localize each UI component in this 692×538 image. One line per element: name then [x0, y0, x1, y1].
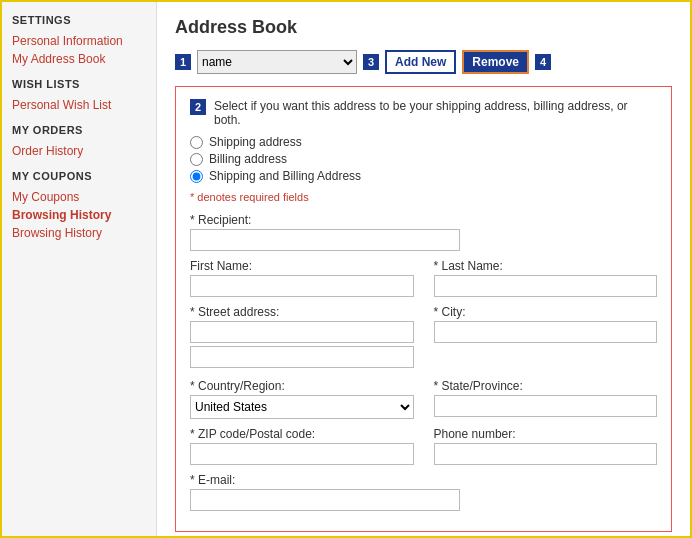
step-1-badge: 1 — [175, 54, 191, 70]
street-city-row: * Street address: * City: — [190, 305, 657, 371]
sidebar-orders-title: MY ORDERS — [12, 124, 146, 136]
top-bar: 1 name 3 Add New Remove 4 — [175, 50, 672, 74]
phone-col: Phone number: — [434, 427, 658, 465]
recipient-label: * Recipient: — [190, 213, 460, 227]
radio-shipping-input[interactable] — [190, 136, 203, 149]
sidebar-item-order-history[interactable]: Order History — [12, 142, 146, 160]
sidebar-coupons-title: MY COUPONS — [12, 170, 146, 182]
recipient-col: * Recipient: — [190, 213, 460, 251]
radio-billing-input[interactable] — [190, 153, 203, 166]
street-input-2[interactable] — [190, 346, 414, 368]
first-name-input[interactable] — [190, 275, 414, 297]
radio-both-label: Shipping and Billing Address — [209, 169, 361, 183]
city-label: * City: — [434, 305, 658, 319]
sidebar-item-browsing-history-2[interactable]: Browsing History — [12, 224, 146, 242]
country-select[interactable]: United States — [190, 395, 414, 419]
name-row: First Name: * Last Name: — [190, 259, 657, 297]
street-input-1[interactable] — [190, 321, 414, 343]
street-inputs — [190, 321, 414, 371]
add-new-button[interactable]: Add New — [385, 50, 456, 74]
last-name-label: * Last Name: — [434, 259, 658, 273]
sidebar-wishlists-title: WISH LISTS — [12, 78, 146, 90]
address-type-radio-group: Shipping address Billing address Shippin… — [190, 135, 657, 183]
sidebar-settings-title: SETTINGS — [12, 14, 146, 26]
city-col: * City: — [434, 305, 658, 371]
recipient-row: * Recipient: — [190, 213, 657, 251]
street-col: * Street address: — [190, 305, 414, 371]
phone-input[interactable] — [434, 443, 658, 465]
zip-input[interactable] — [190, 443, 414, 465]
name-select[interactable]: name — [197, 50, 357, 74]
required-note: * denotes required fields — [190, 191, 657, 203]
email-label: * E-mail: — [190, 473, 460, 487]
page-title: Address Book — [175, 17, 672, 38]
zip-col: * ZIP code/Postal code: — [190, 427, 414, 465]
main-content: Address Book 1 name 3 Add New Remove 4 2… — [157, 2, 690, 536]
street-label: * Street address: — [190, 305, 414, 319]
form-section-header: 2 Select if you want this address to be … — [190, 99, 657, 127]
country-state-row: * Country/Region: United States * State/… — [190, 379, 657, 419]
sidebar-item-wish-list[interactable]: Personal Wish List — [12, 96, 146, 114]
form-section: 2 Select if you want this address to be … — [175, 86, 672, 532]
email-input[interactable] — [190, 489, 460, 511]
remove-button[interactable]: Remove — [462, 50, 529, 74]
country-label: * Country/Region: — [190, 379, 414, 393]
sidebar: SETTINGS Personal Information My Address… — [2, 2, 157, 536]
state-col: * State/Province: — [434, 379, 658, 419]
radio-billing-label: Billing address — [209, 152, 287, 166]
zip-label: * ZIP code/Postal code: — [190, 427, 414, 441]
first-name-col: First Name: — [190, 259, 414, 297]
step-2-badge: 2 — [190, 99, 206, 115]
phone-label: Phone number: — [434, 427, 658, 441]
recipient-input[interactable] — [190, 229, 460, 251]
step-4-badge: 4 — [535, 54, 551, 70]
last-name-input[interactable] — [434, 275, 658, 297]
state-label: * State/Province: — [434, 379, 658, 393]
radio-billing[interactable]: Billing address — [190, 152, 657, 166]
sidebar-item-my-coupons[interactable]: My Coupons — [12, 188, 146, 206]
state-input[interactable] — [434, 395, 658, 417]
first-name-label: First Name: — [190, 259, 414, 273]
zip-phone-row: * ZIP code/Postal code: Phone number: — [190, 427, 657, 465]
step-3-badge: 3 — [363, 54, 379, 70]
radio-both[interactable]: Shipping and Billing Address — [190, 169, 657, 183]
sidebar-item-personal-info[interactable]: Personal Information — [12, 32, 146, 50]
radio-shipping-label: Shipping address — [209, 135, 302, 149]
email-row: * E-mail: — [190, 473, 657, 511]
radio-shipping[interactable]: Shipping address — [190, 135, 657, 149]
email-col: * E-mail: — [190, 473, 460, 511]
radio-both-input[interactable] — [190, 170, 203, 183]
sidebar-item-address-book[interactable]: My Address Book — [12, 50, 146, 68]
last-name-col: * Last Name: — [434, 259, 658, 297]
sidebar-item-browsing-history-1[interactable]: Browsing History — [12, 206, 146, 224]
section-note: Select if you want this address to be yo… — [214, 99, 657, 127]
city-input[interactable] — [434, 321, 658, 343]
country-col: * Country/Region: United States — [190, 379, 414, 419]
